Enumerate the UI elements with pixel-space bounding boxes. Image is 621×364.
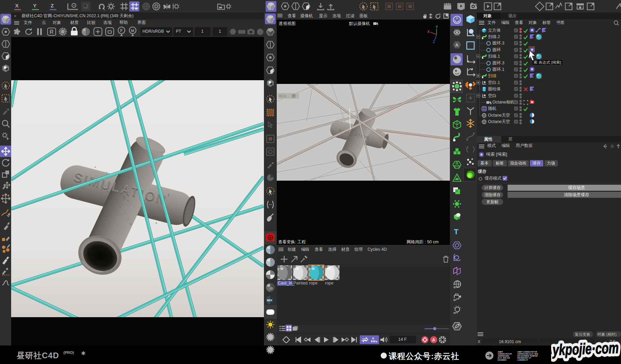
svg-text:X: X [427,30,430,34]
svg-text:A: A [372,337,374,340]
svg-text:Y: Y [436,25,438,29]
svg-text:ST: ST [454,286,457,289]
svg-text:A: A [432,338,435,342]
svg-text:T: T [454,228,459,236]
svg-text:移动: 移动 [279,94,287,98]
svg-text:Z: Z [433,40,435,44]
svg-text:ST: ST [454,299,457,301]
svg-text:A: A [455,42,459,48]
svg-text:R: R [50,29,54,35]
svg-text:MIX: MIX [267,299,272,302]
svg-text:F: F [120,28,123,33]
svg-text:ykpojie·com: ykpojie·com [552,339,619,359]
svg-text:ST: ST [454,312,457,314]
svg-text:M: M [131,29,134,33]
